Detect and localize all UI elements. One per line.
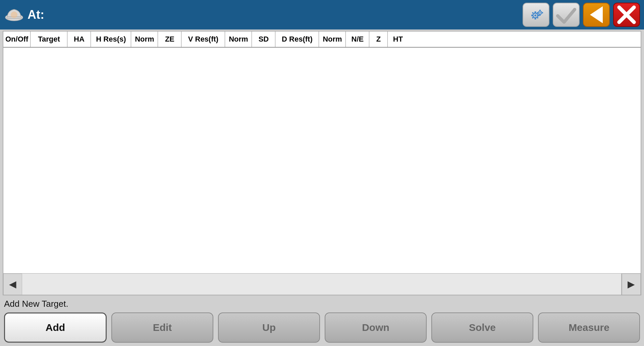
col-header-ne: N/E: [346, 32, 369, 47]
header-title: At:: [28, 8, 519, 22]
svg-rect-5: [535, 11, 536, 13]
col-header-norm3: Norm: [319, 32, 346, 47]
col-header-target: Target: [31, 32, 67, 47]
scroll-track[interactable]: [22, 274, 622, 295]
table-body: [3, 48, 641, 273]
svg-rect-15: [539, 10, 541, 11]
table-header: On/OffTargetHAH Res(s)NormZEV Res(ft)Nor…: [3, 32, 641, 48]
action-buttons: AddEditUpDownSolveMeasure: [4, 312, 640, 343]
col-header-vres: V Res(ft): [181, 32, 225, 47]
svg-rect-17: [537, 12, 538, 13]
check-button[interactable]: [553, 3, 580, 27]
bottom-panel: Add New Target. AddEditUpDownSolveMeasur…: [0, 295, 644, 346]
svg-rect-16: [539, 15, 541, 16]
svg-point-14: [539, 12, 541, 13]
col-header-ha: HA: [67, 32, 91, 47]
col-header-onoff: On/Off: [3, 32, 31, 47]
header: At:: [0, 0, 644, 30]
edit-button: Edit: [111, 312, 213, 343]
svg-point-2: [11, 11, 17, 18]
horizontal-scrollbar: ◀ ▶: [3, 273, 641, 295]
add-button[interactable]: Add: [4, 312, 107, 343]
col-header-sd: SD: [252, 32, 275, 47]
svg-marker-19: [590, 6, 603, 23]
down-button: Down: [325, 312, 427, 343]
svg-rect-6: [535, 18, 536, 19]
col-header-z: Z: [369, 32, 388, 47]
settings-button[interactable]: [523, 3, 549, 27]
scroll-right-button[interactable]: ▶: [622, 274, 641, 295]
header-buttons: [523, 3, 640, 27]
status-text: Add New Target.: [4, 299, 640, 309]
col-header-norm2: Norm: [225, 32, 252, 47]
svg-rect-18: [542, 12, 543, 13]
col-header-norm1: Norm: [131, 32, 158, 47]
back-button[interactable]: [583, 3, 610, 27]
solve-button: Solve: [431, 312, 533, 343]
scroll-left-button[interactable]: ◀: [3, 274, 22, 295]
app-logo: [4, 5, 24, 25]
up-button: Up: [218, 312, 320, 343]
col-header-dres: D Res(ft): [275, 32, 319, 47]
svg-rect-8: [538, 15, 539, 16]
col-header-ht: HT: [388, 32, 408, 47]
col-header-hres: H Res(s): [91, 32, 131, 47]
measure-button: Measure: [538, 312, 640, 343]
data-table-container: On/OffTargetHAH Res(s)NormZEV Res(ft)Nor…: [3, 31, 641, 295]
svg-rect-7: [531, 15, 533, 16]
svg-point-4: [534, 14, 536, 16]
close-button[interactable]: [613, 3, 640, 27]
col-header-ze: ZE: [158, 32, 181, 47]
